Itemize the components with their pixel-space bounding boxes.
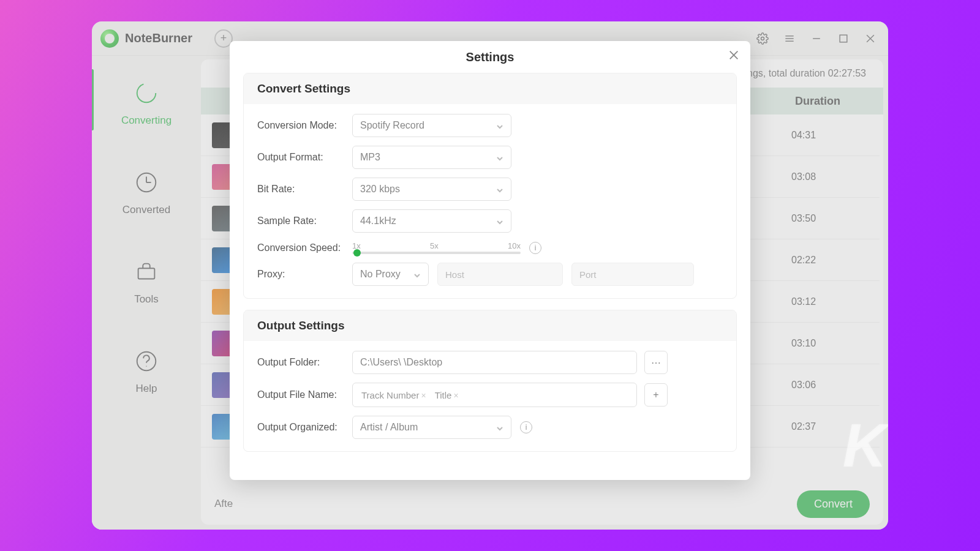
filename-tokens-input[interactable]: Track Number× Title× (352, 383, 637, 407)
plus-icon: + (653, 389, 658, 400)
section-title: Convert Settings (244, 73, 736, 104)
remove-tag-icon[interactable]: × (421, 391, 426, 400)
section-title: Output Settings (244, 310, 736, 341)
chevron-down-icon (496, 186, 503, 193)
chevron-down-icon (496, 154, 503, 161)
output-folder-input[interactable]: C:\Users\ \Desktop (352, 351, 637, 374)
filename-tag-track-number[interactable]: Track Number× (359, 390, 429, 400)
sample-rate-select[interactable]: 44.1kHz (352, 209, 511, 233)
select-value: Artist / Album (360, 422, 418, 433)
select-value: 44.1kHz (360, 216, 396, 227)
output-folder-label: Output Folder: (257, 357, 352, 368)
settings-modal: Settings Convert Settings Conversion Mod… (230, 41, 750, 480)
placeholder-text: Host (445, 269, 464, 280)
placeholder-text: Port (579, 269, 597, 280)
add-filename-tag-button[interactable]: + (644, 383, 668, 407)
tag-label: Title (435, 390, 452, 400)
modal-title: Settings (466, 50, 514, 64)
info-icon[interactable]: i (520, 421, 532, 433)
proxy-select[interactable]: No Proxy (352, 263, 429, 286)
select-value: Spotify Record (360, 120, 424, 131)
slider-thumb[interactable] (353, 249, 361, 257)
output-settings-section: Output Settings Output Folder: C:\Users\… (243, 310, 737, 452)
close-icon (728, 50, 739, 61)
chevron-down-icon (496, 217, 503, 225)
select-value: MP3 (360, 152, 380, 163)
filename-tag-title[interactable]: Title× (432, 390, 461, 400)
bit-rate-label: Bit Rate: (257, 184, 352, 195)
tick-10x: 10x (508, 241, 521, 250)
modal-header: Settings (230, 41, 750, 73)
bit-rate-select[interactable]: 320 kbps (352, 178, 511, 201)
tick-5x: 5x (430, 241, 439, 250)
slider-ticks: 1x 5x 10x (352, 241, 521, 250)
modal-close-button[interactable] (728, 50, 739, 63)
select-value: 320 kbps (360, 184, 400, 195)
conversion-mode-select[interactable]: Spotify Record (352, 114, 511, 137)
proxy-host-input[interactable]: Host (437, 263, 563, 286)
ellipsis-icon: ⋯ (651, 357, 661, 369)
chevron-down-icon (413, 271, 421, 278)
proxy-label: Proxy: (257, 269, 352, 280)
app-window: NoteBurner + Converting Converted (92, 21, 888, 530)
sample-rate-label: Sample Rate: (257, 216, 352, 227)
input-value: C:\Users\ \Desktop (360, 357, 442, 368)
convert-settings-section: Convert Settings Conversion Mode: Spotif… (243, 73, 737, 299)
conversion-speed-label: Conversion Speed: (257, 242, 352, 253)
remove-tag-icon[interactable]: × (453, 391, 458, 400)
output-filename-label: Output File Name: (257, 389, 352, 400)
conversion-mode-label: Conversion Mode: (257, 120, 352, 131)
chevron-down-icon (496, 424, 503, 431)
proxy-port-input[interactable]: Port (571, 263, 694, 286)
chevron-down-icon (496, 122, 503, 129)
select-value: No Proxy (360, 269, 401, 280)
output-format-label: Output Format: (257, 152, 352, 163)
output-organized-select[interactable]: Artist / Album (352, 416, 511, 439)
output-format-select[interactable]: MP3 (352, 146, 511, 169)
info-icon[interactable]: i (529, 242, 541, 254)
browse-folder-button[interactable]: ⋯ (644, 351, 668, 374)
conversion-speed-slider[interactable]: 1x 5x 10x (352, 241, 521, 254)
tag-label: Track Number (361, 390, 419, 400)
modal-overlay[interactable]: Settings Convert Settings Conversion Mod… (92, 21, 888, 530)
output-organized-label: Output Organized: (257, 422, 352, 433)
